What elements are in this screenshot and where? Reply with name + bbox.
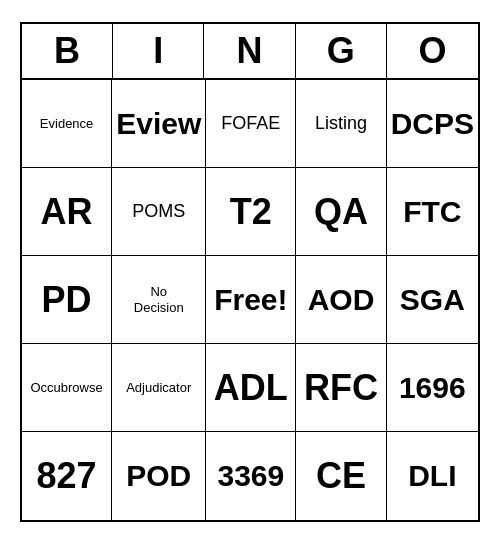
cell-text-r1-c4: Listing	[315, 113, 367, 135]
cell-text-r4-c3: ADL	[214, 366, 288, 409]
bingo-cell-r5-c5: DLI	[387, 432, 478, 520]
cell-text-r3-c1: PD	[42, 278, 92, 321]
bingo-cell-r2-c3: T2	[206, 168, 296, 256]
cell-text-r2-c2: POMS	[132, 201, 185, 223]
bingo-cell-r2-c5: FTC	[387, 168, 478, 256]
bingo-cell-r5-c4: CE	[296, 432, 386, 520]
bingo-cell-r5-c2: POD	[112, 432, 206, 520]
cell-text-r1-c5: DCPS	[391, 106, 474, 142]
cell-text-r2-c4: QA	[314, 190, 368, 233]
bingo-cell-r3-c3: Free!	[206, 256, 296, 344]
cell-text-r2-c5: FTC	[403, 194, 461, 230]
bingo-cell-r2-c2: POMS	[112, 168, 206, 256]
cell-text-r2-c1: AR	[41, 190, 93, 233]
cell-text-r3-c5: SGA	[400, 282, 465, 318]
cell-text-r5-c4: CE	[316, 454, 366, 497]
bingo-cell-r1-c1: Evidence	[22, 80, 112, 168]
cell-text-r5-c3: 3369	[217, 458, 284, 494]
bingo-header: BINGO	[22, 24, 478, 80]
bingo-cell-r1-c5: DCPS	[387, 80, 478, 168]
header-letter-b: B	[22, 24, 113, 78]
bingo-cell-r1-c2: Eview	[112, 80, 206, 168]
bingo-cell-r1-c4: Listing	[296, 80, 386, 168]
cell-text-r5-c1: 827	[37, 454, 97, 497]
bingo-cell-r5-c3: 3369	[206, 432, 296, 520]
cell-text-r1-c3: FOFAE	[221, 113, 280, 135]
bingo-cell-r4-c3: ADL	[206, 344, 296, 432]
cell-text-r4-c4: RFC	[304, 366, 378, 409]
cell-text-r4-c5: 1696	[399, 370, 466, 406]
bingo-cell-r2-c1: AR	[22, 168, 112, 256]
cell-text-r3-c4: AOD	[308, 282, 375, 318]
bingo-card: BINGO EvidenceEviewFOFAEListingDCPSARPOM…	[20, 22, 480, 522]
bingo-cell-r4-c1: Occubrowse	[22, 344, 112, 432]
bingo-cell-r1-c3: FOFAE	[206, 80, 296, 168]
bingo-cell-r3-c5: SGA	[387, 256, 478, 344]
header-letter-i: I	[113, 24, 204, 78]
cell-text-r5-c2: POD	[126, 458, 191, 494]
cell-text-r1-c2: Eview	[116, 106, 201, 142]
bingo-cell-r4-c2: Adjudicator	[112, 344, 206, 432]
cell-text-r4-c1: Occubrowse	[30, 380, 102, 396]
header-letter-o: O	[387, 24, 478, 78]
cell-text-r3-c2: NoDecision	[134, 284, 184, 315]
bingo-cell-r2-c4: QA	[296, 168, 386, 256]
bingo-cell-r4-c5: 1696	[387, 344, 478, 432]
bingo-cell-r3-c1: PD	[22, 256, 112, 344]
bingo-cell-r3-c2: NoDecision	[112, 256, 206, 344]
bingo-cell-r4-c4: RFC	[296, 344, 386, 432]
cell-text-r1-c1: Evidence	[40, 116, 93, 132]
header-letter-g: G	[296, 24, 387, 78]
bingo-cell-r3-c4: AOD	[296, 256, 386, 344]
cell-text-r3-c3: Free!	[214, 282, 287, 318]
header-letter-n: N	[204, 24, 295, 78]
cell-text-r4-c2: Adjudicator	[126, 380, 191, 396]
cell-text-r2-c3: T2	[230, 190, 272, 233]
bingo-cell-r5-c1: 827	[22, 432, 112, 520]
cell-text-r5-c5: DLI	[408, 458, 456, 494]
bingo-grid: EvidenceEviewFOFAEListingDCPSARPOMST2QAF…	[22, 80, 478, 520]
